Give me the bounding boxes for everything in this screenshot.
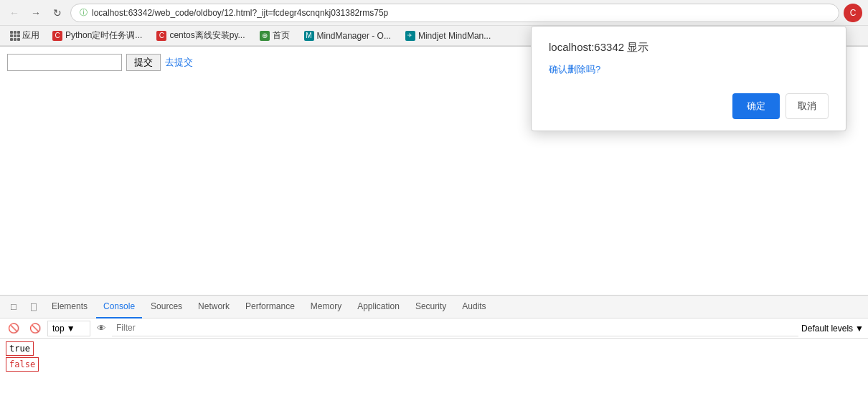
dialog-overlay: localhost:63342 显示 确认删除吗? 确定 取消 <box>0 0 868 406</box>
dialog-cancel-button[interactable]: 取消 <box>786 93 829 119</box>
dialog-title: localhost:63342 显示 <box>549 41 829 55</box>
dialog-confirm-button[interactable]: 确定 <box>732 93 780 119</box>
dialog-box: localhost:63342 显示 确认删除吗? 确定 取消 <box>531 26 846 131</box>
dialog-buttons: 确定 取消 <box>549 93 829 119</box>
dialog-message: 确认删除吗? <box>549 63 829 76</box>
